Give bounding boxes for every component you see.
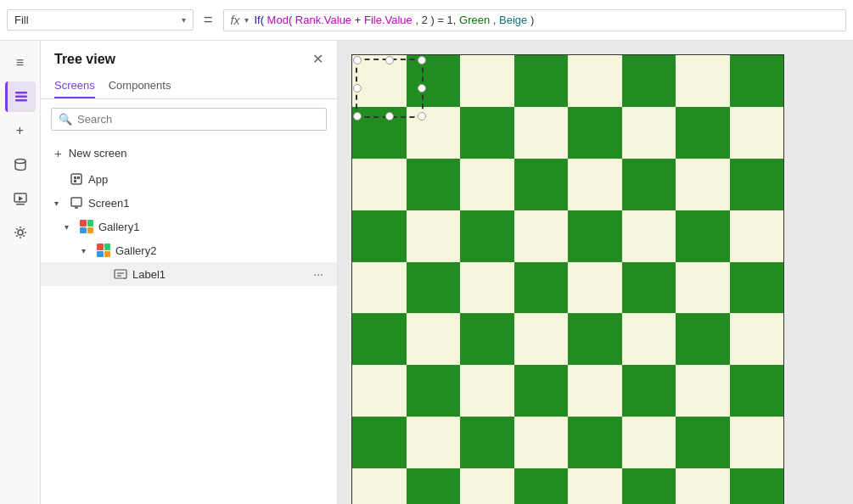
checkerboard-container xyxy=(351,54,784,504)
checker-cell xyxy=(568,417,622,468)
checker-cell xyxy=(730,210,784,262)
tree-tabs: Screens Components xyxy=(41,74,337,99)
checker-cell xyxy=(622,262,676,314)
checker-cell xyxy=(514,417,569,468)
checker-cell xyxy=(730,417,784,468)
checker-cell xyxy=(676,417,730,468)
checker-cell xyxy=(352,159,407,210)
list-item-app[interactable]: App xyxy=(41,167,337,191)
svg-rect-9 xyxy=(77,176,80,179)
media-icon-btn[interactable] xyxy=(5,183,36,214)
checker-cell xyxy=(622,313,676,365)
list-item-label1[interactable]: Label1 ··· xyxy=(41,262,337,286)
settings-icon-btn[interactable] xyxy=(5,217,36,248)
equals-sign: = xyxy=(200,11,216,29)
add-icon-btn[interactable]: + xyxy=(5,115,36,146)
checker-cell xyxy=(514,365,569,417)
handle-tr[interactable] xyxy=(418,56,426,64)
settings-icon xyxy=(13,225,28,240)
fill-chevron: ▾ xyxy=(182,15,186,25)
checker-cell xyxy=(460,468,514,504)
checker-cell xyxy=(352,468,407,504)
hamburger-icon-btn[interactable]: ≡ xyxy=(5,48,36,78)
checker-cell xyxy=(676,55,730,107)
svg-point-6 xyxy=(18,230,23,235)
checker-cell xyxy=(622,210,676,262)
svg-rect-11 xyxy=(71,198,81,206)
plus-icon: + xyxy=(54,146,62,160)
search-box[interactable]: 🔍 xyxy=(51,108,327,131)
search-input[interactable] xyxy=(77,113,319,126)
formula-bar[interactable]: fx ▾ If( Mod( Rank.Value + File.Value , … xyxy=(223,9,846,31)
app-label: App xyxy=(88,173,323,186)
svg-rect-2 xyxy=(15,99,27,102)
checker-cell xyxy=(568,55,622,107)
checker-cell xyxy=(676,159,730,210)
svg-point-3 xyxy=(15,160,25,164)
checker-cell xyxy=(407,468,461,504)
tab-components[interactable]: Components xyxy=(109,74,171,98)
formula-text: If( Mod( Rank.Value + File.Value , 2 ) =… xyxy=(254,14,534,26)
checker-cell xyxy=(568,365,622,417)
label1-more-button[interactable]: ··· xyxy=(313,267,323,281)
checker-cell xyxy=(676,210,730,262)
handle-mr[interactable] xyxy=(418,84,426,92)
checker-cell xyxy=(407,159,461,210)
gallery1-label: Gallery1 xyxy=(98,221,323,233)
tab-screens[interactable]: Screens xyxy=(54,74,95,98)
list-item-screen1[interactable]: ▾ Screen1 xyxy=(41,191,337,215)
checker-cell xyxy=(622,159,676,210)
canvas-area[interactable] xyxy=(338,41,853,504)
checker-cell xyxy=(730,262,784,314)
checker-cell xyxy=(730,55,784,107)
fx-label: fx xyxy=(231,14,240,27)
checker-cell xyxy=(407,210,461,262)
handle-bm[interactable] xyxy=(385,112,394,120)
checker-cell xyxy=(514,262,569,314)
checker-cell xyxy=(730,159,784,210)
checker-cell xyxy=(352,365,407,417)
checker-cell xyxy=(514,159,569,210)
checker-cell xyxy=(407,365,461,417)
checker-cell xyxy=(460,313,514,365)
checker-cell xyxy=(460,262,514,314)
checker-cell xyxy=(730,365,784,417)
svg-rect-10 xyxy=(74,180,76,182)
checker-cell xyxy=(730,313,784,365)
checker-cell xyxy=(568,313,622,365)
fill-dropdown[interactable]: Fill ▾ xyxy=(7,9,194,31)
handle-tl[interactable] xyxy=(353,56,362,64)
checker-cell xyxy=(622,365,676,417)
handle-br[interactable] xyxy=(418,112,426,120)
checker-cell xyxy=(622,417,676,468)
checker-cell xyxy=(730,107,784,159)
handle-tm[interactable] xyxy=(385,56,394,64)
checker-cell xyxy=(622,468,676,504)
gallery2-icon xyxy=(97,244,110,257)
svg-rect-0 xyxy=(15,92,27,94)
checker-cell xyxy=(514,55,569,107)
fill-label: Fill xyxy=(14,14,29,26)
new-screen-button[interactable]: + New screen xyxy=(41,139,337,167)
checker-cell xyxy=(676,107,730,159)
checker-cell xyxy=(514,210,569,262)
checker-cell xyxy=(460,159,514,210)
handle-bl[interactable] xyxy=(353,112,362,120)
handle-ml[interactable] xyxy=(353,84,362,92)
cylinder-icon xyxy=(13,157,28,172)
checker-cell xyxy=(676,262,730,314)
list-item-gallery1[interactable]: ▾ Gallery1 xyxy=(41,215,337,238)
layers-icon-btn[interactable] xyxy=(5,81,36,112)
svg-rect-8 xyxy=(74,176,76,179)
checkerboard xyxy=(351,54,784,504)
left-icon-bar: ≡ + xyxy=(0,41,41,504)
media-icon xyxy=(13,191,28,206)
list-item-gallery2[interactable]: ▾ Gallery2 xyxy=(41,238,337,262)
tree-title: Tree view xyxy=(54,52,115,67)
svg-rect-5 xyxy=(16,204,25,205)
checker-cell xyxy=(568,159,622,210)
data-icon-btn[interactable] xyxy=(5,149,36,180)
new-screen-label: New screen xyxy=(69,147,127,160)
tree-close-button[interactable]: ✕ xyxy=(312,51,323,67)
checker-cell xyxy=(460,365,514,417)
